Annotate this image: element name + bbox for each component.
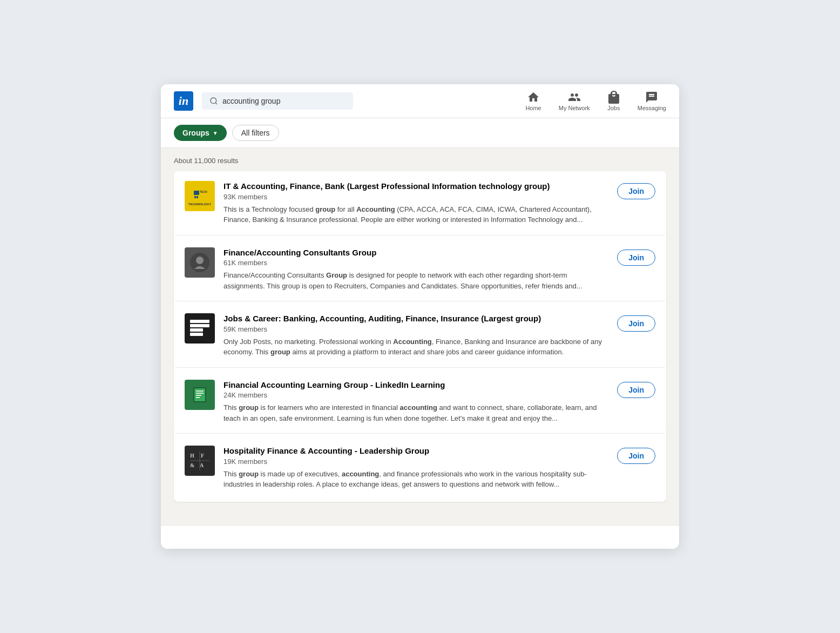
nav-messaging-label: Messaging — [638, 105, 666, 111]
card-title-1[interactable]: IT & Accounting, Finance, Bank (Largest … — [223, 181, 608, 192]
card-title-5[interactable]: Hospitality Finance & Accounting - Leade… — [223, 446, 608, 456]
svg-rect-20 — [196, 397, 200, 398]
svg-rect-13 — [190, 333, 203, 336]
svg-rect-17 — [196, 390, 204, 392]
nav-jobs-label: Jobs — [607, 105, 620, 111]
group-logo-5: H F & A — [185, 446, 215, 476]
results-count: About 11,000 results — [174, 157, 666, 165]
linkedin-logo[interactable]: in — [174, 91, 193, 111]
svg-point-0 — [211, 98, 216, 104]
search-input[interactable] — [222, 97, 346, 105]
svg-rect-10 — [190, 320, 209, 323]
svg-rect-11 — [190, 324, 209, 327]
group-logo-2 — [185, 247, 215, 278]
browser-window: in Home My Network — [161, 84, 679, 549]
card-desc-3: Only Job Posts, no marketing. Profession… — [223, 336, 608, 358]
join-button-5[interactable]: Join — [617, 448, 655, 464]
group-logo-3 — [185, 313, 215, 344]
tech-logo-icon: TECH — [192, 186, 208, 203]
nav-network-label: My Network — [559, 105, 590, 111]
search-icon — [209, 97, 218, 105]
nav-bar: in Home My Network — [161, 84, 679, 118]
svg-text:F: F — [201, 453, 204, 459]
table-row: Finance/Accounting Consultants Group 61K… — [174, 238, 666, 302]
svg-text:H: H — [190, 453, 194, 459]
join-button-3[interactable]: Join — [617, 315, 655, 332]
svg-rect-3 — [194, 191, 199, 195]
results-area: About 11,000 results TECH TECHNOLOGY IT … — [161, 148, 679, 526]
join-button-4[interactable]: Join — [617, 382, 655, 398]
cards-wrapper: TECH TECHNOLOGY IT & Accounting, Finance… — [174, 171, 666, 502]
svg-text:&: & — [190, 462, 194, 468]
card-desc-5: This group is made up of executives, acc… — [223, 469, 608, 490]
svg-rect-18 — [196, 393, 204, 394]
nav-home-label: Home — [525, 105, 541, 111]
card-members-4: 24K members — [223, 391, 608, 399]
card-members-1: 93K members — [223, 193, 608, 201]
table-row: H F & A Hospitality Finance & Accounting… — [174, 436, 666, 500]
table-row: Financial Accounting Learning Group - Li… — [174, 370, 666, 434]
home-icon — [527, 91, 540, 104]
caret-icon: ▼ — [213, 130, 218, 136]
svg-text:A: A — [200, 462, 204, 468]
messaging-icon — [645, 91, 658, 104]
logo-letter: in — [179, 94, 188, 108]
finance-logo-icon — [189, 252, 211, 273]
card-content-1: IT & Accounting, Finance, Bank (Largest … — [223, 181, 608, 225]
nav-item-network[interactable]: My Network — [559, 91, 590, 111]
svg-rect-4 — [194, 196, 196, 198]
svg-rect-19 — [196, 395, 201, 396]
svg-line-1 — [215, 103, 217, 104]
card-title-4[interactable]: Financial Accounting Learning Group - Li… — [223, 380, 608, 390]
card-content-2: Finance/Accounting Consultants Group 61K… — [223, 247, 608, 292]
all-filters-label: All filters — [241, 129, 270, 137]
join-button-2[interactable]: Join — [617, 250, 655, 266]
jobs-icon — [607, 91, 620, 104]
hospitality-logo-icon: H F & A — [188, 449, 212, 473]
table-row: TECH TECHNOLOGY IT & Accounting, Finance… — [174, 171, 666, 235]
all-filters-button[interactable]: All filters — [232, 125, 279, 141]
learning-logo-icon — [189, 384, 211, 406]
jobs-logo-icon — [188, 316, 212, 340]
card-desc-2: Finance/Accounting Consultants Group is … — [223, 270, 608, 291]
card-content-5: Hospitality Finance & Accounting - Leade… — [223, 446, 608, 490]
svg-text:TECH: TECH — [200, 190, 207, 193]
network-icon — [568, 91, 581, 104]
card-members-2: 61K members — [223, 259, 608, 267]
card-desc-1: This is a Technology focused group for a… — [223, 204, 608, 225]
nav-item-messaging[interactable]: Messaging — [638, 91, 666, 111]
card-title-2[interactable]: Finance/Accounting Consultants Group — [223, 247, 608, 258]
groups-label: Groups — [182, 129, 209, 137]
nav-item-home[interactable]: Home — [525, 91, 541, 111]
card-content-4: Financial Accounting Learning Group - Li… — [223, 380, 608, 424]
card-desc-4: This group is for learners who are inter… — [223, 402, 608, 423]
nav-icons: Home My Network Jobs Messa — [525, 91, 666, 111]
group-logo-1: TECH TECHNOLOGY — [185, 181, 215, 211]
svg-point-8 — [196, 257, 204, 264]
svg-rect-12 — [190, 328, 203, 332]
groups-filter-button[interactable]: Groups ▼ — [174, 125, 227, 141]
join-button-1[interactable]: Join — [617, 183, 655, 199]
card-members-5: 19K members — [223, 457, 608, 466]
table-row: Jobs & Career: Banking, Accounting, Audi… — [174, 304, 666, 368]
card-title-3[interactable]: Jobs & Career: Banking, Accounting, Audi… — [223, 313, 608, 324]
search-bar — [202, 92, 353, 110]
group-logo-4 — [185, 380, 215, 410]
card-content-3: Jobs & Career: Banking, Accounting, Audi… — [223, 313, 608, 358]
svg-rect-5 — [197, 196, 198, 198]
filter-bar: Groups ▼ All filters — [161, 118, 679, 148]
card-members-3: 59K members — [223, 325, 608, 333]
nav-item-jobs[interactable]: Jobs — [607, 91, 620, 111]
